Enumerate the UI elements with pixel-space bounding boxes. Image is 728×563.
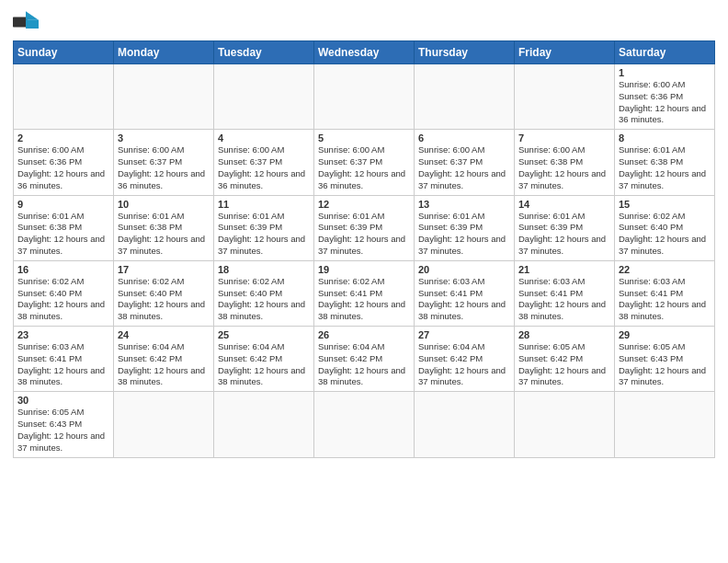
calendar-day-cell: 1Sunrise: 6:00 AMSunset: 6:36 PMDaylight… [615, 64, 715, 130]
day-info: Sunrise: 6:02 AMSunset: 6:41 PMDaylight:… [318, 276, 410, 323]
header [13, 11, 715, 33]
calendar-day-cell: 28Sunrise: 6:05 AMSunset: 6:42 PMDayligh… [515, 327, 615, 392]
calendar-week-row: 9Sunrise: 6:01 AMSunset: 6:38 PMDaylight… [14, 195, 715, 260]
calendar-week-row: 1Sunrise: 6:00 AMSunset: 6:36 PMDaylight… [14, 64, 715, 130]
day-info: Sunrise: 6:04 AMSunset: 6:42 PMDaylight:… [418, 341, 510, 388]
day-info: Sunrise: 6:03 AMSunset: 6:41 PMDaylight:… [518, 276, 610, 323]
calendar-day-cell: 10Sunrise: 6:01 AMSunset: 6:38 PMDayligh… [114, 195, 214, 260]
calendar-body: 1Sunrise: 6:00 AMSunset: 6:36 PMDaylight… [14, 64, 715, 458]
day-number: 23 [17, 329, 109, 340]
weekday-header-sunday: Sunday [14, 41, 114, 64]
calendar-week-row: 2Sunrise: 6:00 AMSunset: 6:36 PMDaylight… [14, 130, 715, 195]
day-number: 22 [619, 264, 711, 275]
day-number: 26 [318, 329, 410, 340]
day-info: Sunrise: 6:04 AMSunset: 6:42 PMDaylight:… [218, 341, 310, 388]
calendar-table: SundayMondayTuesdayWednesdayThursdayFrid… [13, 40, 715, 458]
day-info: Sunrise: 6:01 AMSunset: 6:38 PMDaylight:… [118, 211, 210, 258]
calendar-day-cell: 18Sunrise: 6:02 AMSunset: 6:40 PMDayligh… [214, 260, 314, 326]
calendar-day-cell: 4Sunrise: 6:00 AMSunset: 6:37 PMDaylight… [214, 130, 314, 195]
calendar-day-cell: 20Sunrise: 6:03 AMSunset: 6:41 PMDayligh… [415, 260, 515, 326]
calendar-day-cell: 22Sunrise: 6:03 AMSunset: 6:41 PMDayligh… [615, 260, 715, 326]
calendar-day-cell: 23Sunrise: 6:03 AMSunset: 6:41 PMDayligh… [14, 327, 114, 392]
day-info: Sunrise: 6:00 AMSunset: 6:37 PMDaylight:… [318, 144, 410, 191]
calendar-day-cell: 8Sunrise: 6:01 AMSunset: 6:38 PMDaylight… [615, 130, 715, 195]
day-number: 5 [318, 132, 410, 144]
logo-area [13, 11, 42, 33]
day-number: 24 [118, 329, 210, 340]
day-number: 18 [218, 264, 310, 275]
weekday-header-tuesday: Tuesday [214, 41, 314, 64]
calendar-day-cell: 12Sunrise: 6:01 AMSunset: 6:39 PMDayligh… [314, 195, 415, 260]
calendar-day-cell: 15Sunrise: 6:02 AMSunset: 6:40 PMDayligh… [615, 195, 715, 260]
day-number: 14 [518, 199, 610, 210]
calendar-day-cell [415, 392, 515, 457]
day-info: Sunrise: 6:00 AMSunset: 6:37 PMDaylight:… [118, 144, 210, 191]
day-info: Sunrise: 6:01 AMSunset: 6:39 PMDaylight:… [418, 211, 510, 258]
calendar-day-cell: 16Sunrise: 6:02 AMSunset: 6:40 PMDayligh… [14, 260, 114, 326]
day-info: Sunrise: 6:00 AMSunset: 6:37 PMDaylight:… [418, 144, 510, 191]
svg-marker-2 [26, 20, 39, 29]
day-info: Sunrise: 6:01 AMSunset: 6:39 PMDaylight:… [218, 211, 310, 258]
day-number: 3 [118, 132, 210, 144]
day-info: Sunrise: 6:03 AMSunset: 6:41 PMDaylight:… [619, 276, 711, 323]
calendar-day-cell [214, 392, 314, 457]
day-info: Sunrise: 6:05 AMSunset: 6:42 PMDaylight:… [518, 341, 610, 388]
day-number: 16 [17, 264, 109, 275]
calendar-day-cell [114, 392, 214, 457]
day-number: 15 [619, 199, 711, 210]
calendar-week-row: 23Sunrise: 6:03 AMSunset: 6:41 PMDayligh… [14, 327, 715, 392]
day-number: 10 [118, 199, 210, 210]
calendar-week-row: 16Sunrise: 6:02 AMSunset: 6:40 PMDayligh… [14, 260, 715, 326]
day-info: Sunrise: 6:02 AMSunset: 6:40 PMDaylight:… [118, 276, 210, 323]
calendar-day-cell: 14Sunrise: 6:01 AMSunset: 6:39 PMDayligh… [515, 195, 615, 260]
calendar-day-cell [515, 64, 615, 130]
calendar-day-cell: 30Sunrise: 6:05 AMSunset: 6:43 PMDayligh… [14, 392, 114, 457]
day-info: Sunrise: 6:03 AMSunset: 6:41 PMDaylight:… [17, 341, 109, 388]
calendar-page: SundayMondayTuesdayWednesdayThursdayFrid… [0, 0, 728, 563]
calendar-day-cell: 13Sunrise: 6:01 AMSunset: 6:39 PMDayligh… [415, 195, 515, 260]
day-info: Sunrise: 6:02 AMSunset: 6:40 PMDaylight:… [218, 276, 310, 323]
calendar-header: SundayMondayTuesdayWednesdayThursdayFrid… [14, 41, 715, 64]
svg-rect-0 [13, 17, 28, 28]
day-number: 8 [619, 132, 711, 144]
weekday-header-thursday: Thursday [415, 41, 515, 64]
calendar-day-cell: 11Sunrise: 6:01 AMSunset: 6:39 PMDayligh… [214, 195, 314, 260]
day-info: Sunrise: 6:00 AMSunset: 6:37 PMDaylight:… [218, 144, 310, 191]
day-number: 13 [418, 199, 510, 210]
calendar-day-cell: 17Sunrise: 6:02 AMSunset: 6:40 PMDayligh… [114, 260, 214, 326]
day-info: Sunrise: 6:03 AMSunset: 6:41 PMDaylight:… [418, 276, 510, 323]
calendar-day-cell: 25Sunrise: 6:04 AMSunset: 6:42 PMDayligh… [214, 327, 314, 392]
calendar-day-cell [314, 64, 415, 130]
calendar-day-cell: 26Sunrise: 6:04 AMSunset: 6:42 PMDayligh… [314, 327, 415, 392]
day-number: 25 [218, 329, 310, 340]
day-info: Sunrise: 6:02 AMSunset: 6:40 PMDaylight:… [619, 211, 711, 258]
calendar-day-cell: 3Sunrise: 6:00 AMSunset: 6:37 PMDaylight… [114, 130, 214, 195]
day-number: 6 [418, 132, 510, 144]
calendar-day-cell: 6Sunrise: 6:00 AMSunset: 6:37 PMDaylight… [415, 130, 515, 195]
calendar-day-cell: 29Sunrise: 6:05 AMSunset: 6:43 PMDayligh… [615, 327, 715, 392]
day-number: 20 [418, 264, 510, 275]
day-info: Sunrise: 6:01 AMSunset: 6:39 PMDaylight:… [318, 211, 410, 258]
calendar-day-cell [14, 64, 114, 130]
day-info: Sunrise: 6:01 AMSunset: 6:38 PMDaylight:… [17, 211, 109, 258]
calendar-day-cell: 21Sunrise: 6:03 AMSunset: 6:41 PMDayligh… [515, 260, 615, 326]
day-info: Sunrise: 6:05 AMSunset: 6:43 PMDaylight:… [17, 407, 109, 454]
calendar-day-cell: 2Sunrise: 6:00 AMSunset: 6:36 PMDaylight… [14, 130, 114, 195]
calendar-day-cell: 9Sunrise: 6:01 AMSunset: 6:38 PMDaylight… [14, 195, 114, 260]
day-info: Sunrise: 6:01 AMSunset: 6:38 PMDaylight:… [619, 144, 711, 191]
calendar-day-cell [314, 392, 415, 457]
day-info: Sunrise: 6:00 AMSunset: 6:38 PMDaylight:… [518, 144, 610, 191]
day-info: Sunrise: 6:01 AMSunset: 6:39 PMDaylight:… [518, 211, 610, 258]
day-number: 17 [118, 264, 210, 275]
calendar-week-row: 30Sunrise: 6:05 AMSunset: 6:43 PMDayligh… [14, 392, 715, 457]
day-number: 28 [518, 329, 610, 340]
weekday-header-wednesday: Wednesday [314, 41, 415, 64]
weekday-header-saturday: Saturday [615, 41, 715, 64]
calendar-day-cell: 5Sunrise: 6:00 AMSunset: 6:37 PMDaylight… [314, 130, 415, 195]
calendar-day-cell: 19Sunrise: 6:02 AMSunset: 6:41 PMDayligh… [314, 260, 415, 326]
day-number: 1 [619, 67, 711, 78]
day-number: 4 [218, 132, 310, 144]
generalblue-logo-icon [13, 11, 39, 33]
day-info: Sunrise: 6:04 AMSunset: 6:42 PMDaylight:… [118, 341, 210, 388]
day-number: 2 [17, 132, 109, 144]
